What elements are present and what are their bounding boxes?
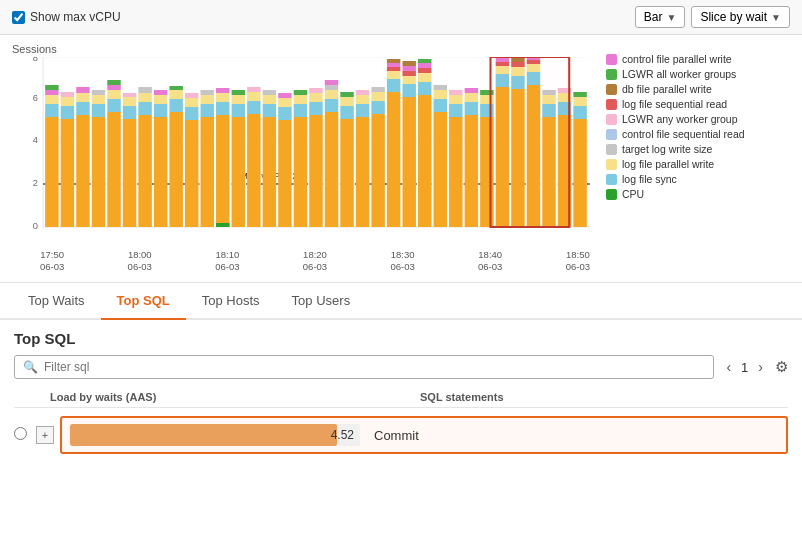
svg-rect-98 [356,104,369,117]
svg-rect-90 [325,90,338,99]
svg-text:6: 6 [33,93,38,103]
sql-statement-text: Commit [360,428,778,443]
svg-rect-112 [402,84,415,97]
tab-top-users[interactable]: Top Users [276,283,367,320]
legend-label: log file parallel write [622,158,714,170]
legend-item: log file sync [606,173,790,185]
legend-item: target log write size [606,143,790,155]
svg-rect-77 [278,107,291,120]
slice-by-arrow-icon: ▼ [771,12,781,23]
legend-label: LGWR any worker group [622,113,738,125]
vcpu-checkbox-input[interactable] [12,11,25,24]
svg-rect-122 [418,59,431,63]
filter-sql-input[interactable] [44,360,705,374]
svg-rect-68 [247,114,260,227]
load-bar-container: 4.52 [70,424,360,446]
svg-rect-70 [247,92,260,101]
legend-item: db file parallel write [606,83,790,95]
svg-rect-164 [573,97,586,106]
chart-legend: control file parallel write LGWR all wor… [600,43,790,278]
tab-top-sql[interactable]: Top SQL [101,283,186,320]
svg-rect-107 [387,71,400,79]
svg-rect-78 [278,98,291,107]
svg-rect-21 [61,92,74,97]
svg-rect-126 [434,85,447,90]
show-max-vcpu-checkbox[interactable]: Show max vCPU [12,10,121,24]
svg-rect-165 [573,92,586,97]
svg-rect-23 [76,102,89,115]
svg-rect-109 [387,63,400,67]
svg-rect-72 [263,117,276,227]
svg-rect-53 [185,98,198,107]
svg-rect-71 [247,87,260,92]
svg-rect-86 [309,93,322,102]
svg-rect-104 [371,87,384,92]
svg-rect-54 [185,93,198,98]
slice-by-select[interactable]: Slice by wait ▼ [691,6,790,28]
svg-rect-19 [61,106,74,119]
svg-rect-65 [232,104,245,117]
tab-top-hosts[interactable]: Top Hosts [186,283,276,320]
legend-item: control file sequential read [606,128,790,140]
svg-rect-96 [340,92,353,97]
svg-rect-13 [45,117,58,227]
legend-color [606,84,617,95]
legend-label: log file sync [622,173,677,185]
svg-rect-116 [402,61,415,66]
svg-rect-163 [573,106,586,119]
row-expand-button[interactable]: + [36,426,54,444]
svg-rect-88 [325,112,338,227]
svg-rect-76 [278,120,291,227]
legend-color [606,99,617,110]
data-row[interactable]: 4.52 Commit [60,416,788,454]
row-radio[interactable] [14,427,30,443]
svg-rect-37 [123,97,136,106]
svg-rect-20 [61,97,74,106]
table-row: + 4.52 Commit [14,412,788,458]
svg-rect-132 [465,102,478,115]
chart-type-arrow-icon: ▼ [666,12,676,23]
svg-rect-97 [356,117,369,227]
svg-rect-117 [418,95,431,227]
svg-rect-118 [418,82,431,95]
settings-icon[interactable]: ⚙ [775,358,788,376]
chart-area: Sessions 0 2 4 6 8 Max vCPU: 2 [0,35,802,283]
svg-rect-106 [387,79,400,92]
legend-color [606,114,617,125]
legend-label: CPU [622,188,644,200]
svg-rect-16 [45,90,58,95]
svg-rect-63 [216,223,229,227]
chart-main: Sessions 0 2 4 6 8 Max vCPU: 2 [12,43,592,278]
svg-rect-64 [232,117,245,227]
y-axis-label: Sessions [12,43,592,55]
svg-rect-84 [309,115,322,227]
svg-rect-69 [247,101,260,114]
svg-rect-41 [138,93,151,102]
svg-rect-125 [434,90,447,99]
svg-rect-18 [61,119,74,227]
svg-text:0: 0 [33,221,38,231]
legend-color [606,54,617,65]
svg-rect-74 [263,95,276,104]
chart-canvas[interactable]: 0 2 4 6 8 Max vCPU: 2 [12,57,592,247]
filter-input-wrap[interactable]: 🔍 [14,355,714,379]
svg-rect-32 [107,90,120,99]
tab-top-waits[interactable]: Top Waits [12,283,101,320]
svg-rect-61 [216,93,229,102]
prev-page-button[interactable]: ‹ [722,359,735,375]
svg-rect-162 [573,119,586,227]
next-page-button[interactable]: › [754,359,767,375]
svg-rect-58 [201,90,214,95]
svg-rect-43 [154,117,167,227]
legend-label: control file parallel write [622,53,732,65]
legend-item: LGWR any worker group [606,113,790,125]
chart-type-select[interactable]: Bar ▼ [635,6,686,28]
svg-rect-114 [402,71,415,76]
pagination: ‹ 1 › [722,359,767,375]
svg-rect-15 [45,95,58,104]
svg-rect-100 [356,90,369,95]
svg-rect-45 [154,95,167,104]
svg-rect-166 [491,57,570,227]
svg-rect-39 [138,115,151,227]
legend-label: LGWR all worker groups [622,68,736,80]
